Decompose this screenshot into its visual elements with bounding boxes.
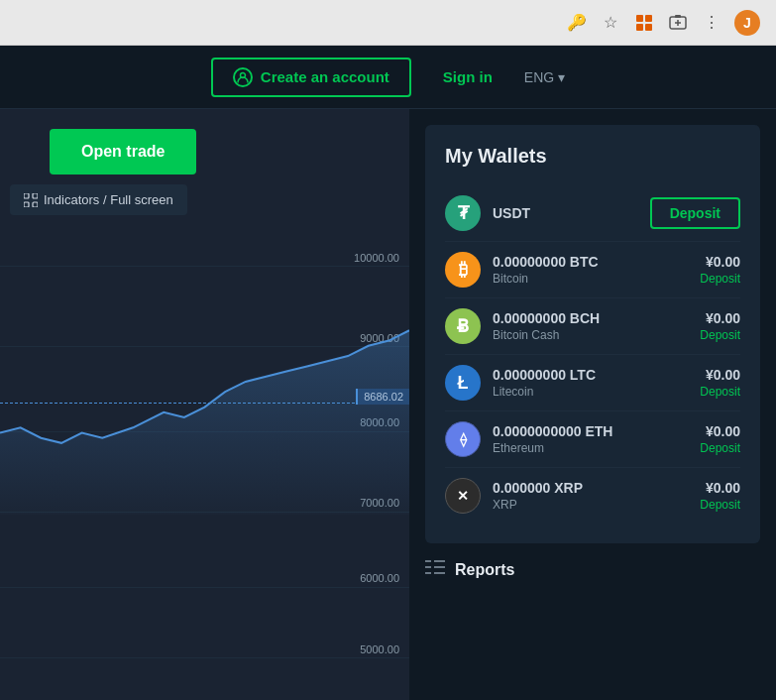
ltc-value: ¥0.00 [700, 367, 740, 383]
btc-deposit-link[interactable]: Deposit [700, 272, 740, 286]
indicators-fullscreen-button[interactable]: Indicators / Full screen [10, 184, 187, 215]
sign-in-button[interactable]: Sign in [443, 68, 493, 85]
eth-right: ¥0.00 Deposit [700, 423, 740, 455]
xrp-amount: 0.000000 XRP [493, 480, 700, 496]
svg-rect-9 [24, 193, 29, 198]
eth-icon: ⟠ [445, 421, 481, 457]
price-label-6000: 6000.00 [360, 572, 399, 584]
bch-amount: 0.00000000 BCH [493, 310, 700, 326]
create-account-button[interactable]: Create an account [211, 58, 411, 97]
xrp-info: 0.000000 XRP XRP [493, 480, 700, 512]
usdt-deposit-button[interactable]: Deposit [650, 197, 740, 229]
ltc-name: Litecoin [493, 385, 700, 399]
chevron-down-icon: ▾ [558, 69, 565, 85]
ltc-amount: 0.00000000 LTC [493, 367, 700, 383]
svg-rect-10 [33, 193, 38, 198]
reports-section[interactable]: Reports [425, 559, 760, 580]
btc-value: ¥0.00 [700, 254, 740, 270]
ltc-deposit-link[interactable]: Deposit [700, 385, 740, 399]
bch-info: 0.00000000 BCH Bitcoin Cash [493, 310, 700, 342]
open-trade-button[interactable]: Open trade [50, 129, 196, 175]
screenshot-icon[interactable] [667, 12, 689, 34]
ltc-right: ¥0.00 Deposit [700, 367, 740, 399]
user-circle-icon [233, 67, 253, 87]
wallet-item-xrp: ✕ 0.000000 XRP XRP ¥0.00 Deposit [445, 468, 740, 524]
xrp-deposit-link[interactable]: Deposit [700, 498, 740, 512]
bch-icon: Ƀ [445, 308, 481, 344]
price-label-5000: 5000.00 [360, 643, 399, 655]
wallet-item-btc: ₿ 0.00000000 BTC Bitcoin ¥0.00 Deposit [445, 242, 740, 298]
reports-label: Reports [455, 561, 514, 579]
wallet-item-bch: Ƀ 0.00000000 BCH Bitcoin Cash ¥0.00 Depo… [445, 298, 740, 355]
xrp-icon: ✕ [445, 478, 481, 514]
svg-rect-3 [645, 24, 652, 31]
browser-chrome: 🔑 ☆ ⋮ J [0, 0, 776, 46]
price-line-chart [0, 228, 409, 535]
right-panel: My Wallets ₮ USDT Deposit ₿ 0.00000000 B… [409, 109, 776, 700]
user-avatar[interactable]: J [734, 10, 760, 36]
svg-rect-11 [24, 202, 29, 207]
wallets-card: My Wallets ₮ USDT Deposit ₿ 0.00000000 B… [425, 125, 760, 543]
usdt-amount: USDT [493, 205, 650, 221]
ltc-icon: Ł [445, 365, 481, 401]
eth-name: Ethereum [493, 441, 700, 455]
btc-amount: 0.00000000 BTC [493, 254, 700, 270]
main-content: Open trade Indicators / Full screen 1000… [0, 109, 776, 700]
lang-label: ENG [524, 69, 554, 85]
eth-deposit-link[interactable]: Deposit [700, 441, 740, 455]
bch-right: ¥0.00 Deposit [700, 310, 740, 342]
wallet-item-usdt: ₮ USDT Deposit [445, 185, 740, 242]
usdt-info: USDT [493, 205, 650, 221]
eth-info: 0.0000000000 ETH Ethereum [493, 423, 700, 455]
reports-icon [425, 559, 445, 580]
bch-value: ¥0.00 [700, 310, 740, 326]
site-header: Create an account Sign in ENG ▾ [0, 46, 776, 109]
btc-right: ¥0.00 Deposit [700, 254, 740, 286]
wallet-item-ltc: Ł 0.00000000 LTC Litecoin ¥0.00 Deposit [445, 355, 740, 411]
chart-area: Open trade Indicators / Full screen 1000… [0, 109, 409, 700]
ltc-info: 0.00000000 LTC Litecoin [493, 367, 700, 399]
extension-icon[interactable] [633, 12, 655, 34]
btc-name: Bitcoin [493, 272, 700, 286]
create-account-label: Create an account [261, 68, 389, 85]
bch-deposit-link[interactable]: Deposit [700, 328, 740, 342]
eth-amount: 0.0000000000 ETH [493, 423, 700, 439]
price-chart: 10000.00 9000.00 8000.00 7000.00 6000.00… [0, 228, 409, 700]
wallet-item-eth: ⟠ 0.0000000000 ETH Ethereum ¥0.00 Deposi… [445, 411, 740, 468]
usdt-icon: ₮ [445, 195, 481, 231]
language-selector[interactable]: ENG ▾ [524, 69, 565, 85]
xrp-name: XRP [493, 498, 700, 512]
eth-value: ¥0.00 [700, 423, 740, 439]
svg-rect-1 [645, 15, 652, 22]
svg-rect-2 [636, 24, 643, 31]
svg-rect-0 [636, 15, 643, 22]
btc-icon: ₿ [445, 252, 481, 288]
wallets-title: My Wallets [445, 145, 740, 168]
indicators-label: Indicators / Full screen [44, 192, 173, 207]
menu-dots-icon[interactable]: ⋮ [701, 12, 722, 34]
svg-rect-12 [33, 202, 38, 207]
xrp-right: ¥0.00 Deposit [700, 480, 740, 512]
key-icon[interactable]: 🔑 [566, 12, 588, 34]
svg-rect-5 [675, 15, 681, 18]
btc-info: 0.00000000 BTC Bitcoin [493, 254, 700, 286]
star-icon[interactable]: ☆ [600, 12, 621, 34]
bch-name: Bitcoin Cash [493, 328, 700, 342]
xrp-value: ¥0.00 [700, 480, 740, 496]
